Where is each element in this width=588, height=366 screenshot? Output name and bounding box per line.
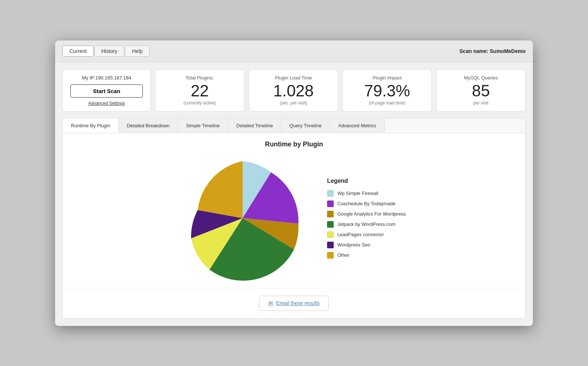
panel-tab-runtime[interactable]: Runtime By Plugin [63,118,119,133]
legend-label-5: Wordpress Seo [337,242,370,248]
metric-subtitle-1: (sec. per visit) [280,100,307,106]
metric-title-3: MySQL Queries [464,75,498,81]
legend-label-3: Jetpack by WordPress.com [337,221,395,227]
legend-item-5: Wordpress Seo [327,242,408,248]
legend-item-2: Google Analytics For Wordpress [327,211,408,217]
legend-color-2 [327,211,334,217]
panel-tab-query-timeline[interactable]: Query Timeline [282,118,330,133]
legend-color-5 [327,242,334,248]
tabs-panel: Runtime By Plugin Detailed Breakdown Sim… [62,118,526,319]
pie-chart [180,156,305,281]
legend-label-0: Wp Simple Firewall [337,191,378,196]
chart-title: Runtime by Plugin [265,141,323,148]
panel-tab-advanced-metrics[interactable]: Advanced Metrics [330,118,384,133]
main-content: My IP:190.165.187.184 Start Scan Advance… [55,62,533,326]
nav-tabs: Current History Help [62,46,150,57]
metric-subtitle-2: (of page load time) [369,100,405,106]
email-section: ✉ Email these results [63,288,525,318]
email-icon: ✉ [268,300,273,307]
metric-title-1: Plugin Load Time [275,75,312,81]
main-window: Current History Help Scan name: SumoMeDe… [55,40,533,326]
metric-title-0: Total Plugins: [186,75,214,81]
metric-subtitle-0: (currently active) [183,100,216,106]
legend-color-3 [327,221,334,228]
ip-label: My IP:190.165.187.184 [82,75,131,81]
tab-current[interactable]: Current [62,46,94,57]
chart-area: Runtime by Plugin [63,133,525,288]
scan-name: Scan name: SumoMeDemo [459,48,526,54]
tab-help[interactable]: Help [125,46,150,57]
panel-tab-detailed-timeline[interactable]: Detailed Timeline [228,118,282,133]
metrics-row: My IP:190.165.187.184 Start Scan Advance… [62,70,526,111]
legend-label-2: Google Analytics For Wordpress [337,211,406,217]
scan-card: My IP:190.165.187.184 Start Scan Advance… [62,70,151,111]
panel-tab-detailed-breakdown[interactable]: Detailed Breakdown [119,118,178,133]
legend-item-0: Wp Simple Firewall [327,190,408,197]
legend-item-6: Other [327,252,408,259]
legend-label-6: Other [337,252,349,258]
panel-tabs-header: Runtime By Plugin Detailed Breakdown Sim… [63,118,525,133]
legend-title: Legend [327,178,408,184]
panel-tab-simple-timeline[interactable]: Simple Timeline [178,118,228,133]
legend-color-0 [327,190,334,197]
email-results-button[interactable]: ✉ Email these results [259,296,329,311]
legend-item-4: LeadPages connector [327,231,408,238]
legend-color-4 [327,231,334,238]
metric-value-3: 85 [472,83,490,99]
metric-value-2: 79.3% [364,83,410,99]
metric-mysql-queries: MySQL Queries 85 per visit [436,70,526,111]
legend-color-6 [327,252,334,259]
title-bar: Current History Help Scan name: SumoMeDe… [55,40,533,62]
legend-label-4: LeadPages connector [337,232,384,237]
metric-value-1: 1.028 [273,83,313,99]
chart-container: Legend Wp Simple Firewall Coschedule By … [70,156,518,281]
legend-color-1 [327,200,334,207]
legend-item-1: Coschedule By Todaymade [327,200,408,207]
advanced-settings-link[interactable]: Advanced Settings [88,101,125,106]
legend-label-1: Coschedule By Todaymade [337,201,395,206]
chart-legend: Legend Wp Simple Firewall Coschedule By … [327,178,408,259]
legend-item-3: Jetpack by WordPress.com [327,221,408,228]
metric-title-2: Plugin Impact [373,75,402,81]
email-results-label: Email these results [276,300,319,306]
metric-subtitle-3: per visit [473,100,488,106]
tab-history[interactable]: History [94,46,125,57]
start-scan-button[interactable]: Start Scan [70,84,143,98]
metric-plugin-impact: Plugin Impact 79.3% (of page load time) [343,70,432,111]
metric-total-plugins: Total Plugins: 22 (currently active) [155,70,244,111]
metric-value-0: 22 [191,83,209,99]
metric-load-time: Plugin Load Time 1.028 (sec. per visit) [249,70,338,111]
